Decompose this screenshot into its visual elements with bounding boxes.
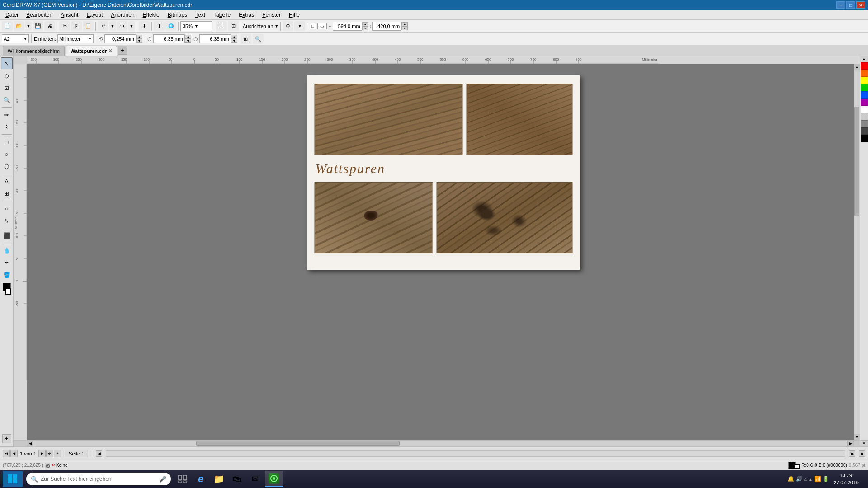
paste-button[interactable]: 📋 (83, 21, 94, 31)
export-button[interactable]: ⬆ (154, 21, 165, 31)
tool-polygon[interactable]: ⬡ (1, 160, 13, 172)
maximize-button[interactable]: □ (846, 1, 855, 9)
tool-interactive[interactable]: ⬛ (1, 230, 13, 241)
portrait-button[interactable]: □ (310, 23, 316, 29)
taskbar-explorer-app[interactable]: 📁 (211, 471, 227, 487)
tool-eyedrop[interactable]: 💧 (1, 244, 13, 256)
nudge3-input[interactable] (199, 34, 231, 43)
tray-show-desktop[interactable]: ⌂ (804, 476, 807, 482)
swatch-lightgray[interactable] (861, 113, 868, 120)
menu-datei[interactable]: Datei (2, 11, 22, 19)
expand-left-button[interactable]: ◀ (96, 450, 102, 457)
full-screen-button[interactable]: ⛶ (216, 21, 227, 31)
nudge1-up[interactable]: ▲ (136, 35, 142, 39)
print-button[interactable]: 🖨 (44, 21, 55, 31)
taskbar-store-app[interactable]: 🛍 (229, 471, 245, 487)
zoom-dropdown[interactable]: 35% ▼ (180, 21, 212, 31)
v-scroll-track[interactable] (854, 70, 860, 434)
palette-scroll-down[interactable]: ▼ (860, 440, 868, 446)
landscape-button[interactable]: ▭ (317, 23, 327, 29)
tool-outline[interactable]: ✒ (1, 257, 13, 268)
last-page-button[interactable]: ⏭ (46, 450, 53, 457)
menu-text[interactable]: Text (192, 11, 209, 19)
nudge3-down[interactable]: ▼ (231, 39, 237, 43)
height-spin-down[interactable]: ▼ (401, 26, 408, 30)
tray-battery-icon[interactable]: 🔋 (822, 476, 829, 482)
status-h-scroll[interactable] (106, 450, 845, 457)
taskbar-ie-app[interactable]: e (193, 471, 209, 487)
add-page-button[interactable]: + (2, 434, 11, 443)
tab-welcome[interactable]: Willkommensbildschirm (3, 46, 65, 56)
paper-width-input[interactable] (333, 22, 362, 31)
undo-button[interactable]: ↩ (98, 21, 108, 31)
swatch-yellow[interactable] (861, 77, 868, 84)
v-scroll-thumb[interactable] (854, 107, 859, 216)
swatch-green[interactable] (861, 84, 868, 91)
photo-4[interactable] (437, 182, 573, 253)
page-label[interactable]: Seite 1 (65, 450, 88, 457)
tray-expand-icon[interactable]: ▲ (808, 477, 813, 482)
tool-select[interactable]: ↖ (1, 57, 13, 69)
tray-sound-icon[interactable]: 🔊 (796, 476, 802, 482)
system-clock[interactable]: 13:39 27.07.2019 (832, 472, 860, 487)
photo-3[interactable] (315, 182, 433, 253)
menu-layout[interactable]: Layout (83, 11, 106, 19)
nudge3-up[interactable]: ▲ (231, 35, 237, 39)
tool-rect[interactable]: □ (1, 136, 13, 148)
undo-dropdown[interactable]: ▼ (109, 21, 116, 31)
menu-anordnen[interactable]: Anordnen (108, 11, 138, 19)
units-dropdown[interactable]: Millimeter ▼ (57, 34, 94, 43)
close-button[interactable]: ✕ (856, 1, 865, 9)
width-spin-up[interactable]: ▲ (362, 22, 368, 26)
align-dropdown-icon[interactable]: ▼ (274, 24, 278, 28)
expand-right-button[interactable]: ▶ (849, 450, 855, 457)
tool-text[interactable]: A (1, 175, 13, 187)
nudge2-up[interactable]: ▲ (185, 35, 191, 39)
taskbar-mail-app[interactable]: ✉ (247, 471, 263, 487)
save-button[interactable]: 💾 (33, 21, 43, 31)
height-spin-up[interactable]: ▲ (401, 22, 408, 26)
drawing-canvas[interactable]: Wattspuren (27, 64, 860, 440)
tray-wifi-icon[interactable]: 📶 (814, 476, 821, 482)
paper-size-dropdown[interactable]: A2 ▼ (2, 34, 29, 43)
outline-color-box[interactable] (5, 288, 11, 295)
nudge1-down[interactable]: ▼ (136, 39, 142, 43)
minimize-button[interactable]: ─ (836, 1, 845, 9)
snap-button[interactable] (45, 463, 50, 468)
cut-button[interactable]: ✂ (59, 21, 70, 31)
menu-tabelle[interactable]: Tabelle (210, 11, 234, 19)
v-scroll-down[interactable]: ▼ (854, 434, 860, 440)
zoom-in-button[interactable]: 🔍 (253, 34, 264, 44)
nudge2-input[interactable] (153, 34, 185, 43)
menu-effekte[interactable]: Effekte (139, 11, 163, 19)
copy-button[interactable]: ⎘ (71, 21, 82, 31)
expand-right2-button[interactable]: ▶ (859, 450, 865, 457)
start-button[interactable] (3, 471, 23, 487)
add-page-status-button[interactable]: + (54, 450, 61, 457)
open-button[interactable]: 📂 (14, 21, 24, 31)
taskbar-mic-icon[interactable]: 🎤 (159, 476, 166, 483)
swatch-red[interactable] (861, 62, 868, 70)
swatch-black[interactable] (861, 135, 868, 142)
nudge2-down[interactable]: ▼ (185, 39, 191, 43)
open-dropdown[interactable]: ▼ (25, 21, 32, 31)
tool-fill[interactable]: 🪣 (1, 269, 13, 281)
menu-bitmaps[interactable]: Bitmaps (164, 11, 191, 19)
h-scroll-track[interactable] (33, 441, 847, 446)
nudge1-input[interactable] (104, 34, 136, 43)
h-scroll-thumb[interactable] (196, 441, 400, 446)
menu-bearbeiten[interactable]: Bearbeiten (23, 11, 56, 19)
first-page-button[interactable]: ⏮ (3, 450, 10, 457)
paper-height-input[interactable] (372, 22, 401, 31)
photo-2[interactable] (467, 84, 573, 155)
tool-crop[interactable]: ⊡ (1, 82, 13, 94)
tab-wattspuren[interactable]: Wattspuren.cdr ✕ (66, 46, 117, 56)
tool-smart[interactable]: ⌇ (1, 121, 13, 133)
palette-scroll-up[interactable]: ▲ (860, 56, 868, 62)
tool-table[interactable]: ⊞ (1, 188, 13, 199)
fit-page-button[interactable]: ⊡ (228, 21, 239, 31)
h-scroll-right[interactable]: ▶ (847, 441, 854, 446)
swatch-gray[interactable] (861, 120, 868, 127)
swatch-orange[interactable] (861, 70, 868, 77)
task-view-button[interactable] (175, 471, 191, 487)
